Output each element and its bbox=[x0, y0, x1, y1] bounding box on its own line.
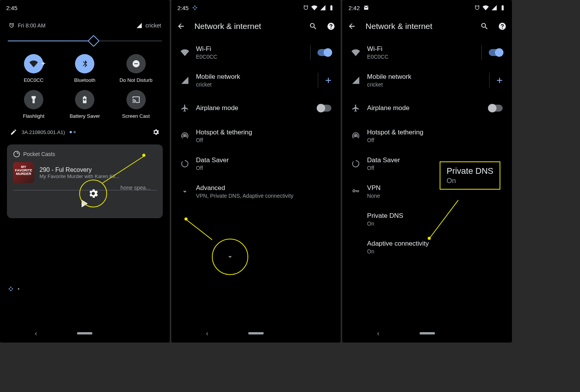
page-title: Network & internet bbox=[194, 22, 300, 31]
qs-header: Fri 8:00 AM cricket bbox=[7, 19, 163, 36]
datasaver-icon bbox=[351, 160, 360, 168]
wifi-icon bbox=[351, 48, 360, 57]
pinwheel-icon bbox=[192, 5, 198, 11]
hotspot-icon bbox=[181, 132, 189, 140]
brightness-slider[interactable] bbox=[8, 36, 162, 46]
edit-icon[interactable] bbox=[10, 129, 17, 136]
annotation-circle-2 bbox=[212, 239, 248, 275]
row-airplane[interactable]: Airplane mode bbox=[171, 94, 341, 122]
phone-quick-settings: 2:45 Fri 8:00 AM cricket E0C0CC bbox=[0, 0, 170, 343]
signal-icon bbox=[320, 5, 326, 11]
wifi-icon bbox=[483, 5, 489, 11]
airplane-switch[interactable] bbox=[317, 105, 331, 112]
row-private-dns[interactable]: Private DNSOn bbox=[342, 205, 512, 233]
signal-icon bbox=[181, 76, 189, 85]
brightness-thumb[interactable] bbox=[88, 35, 100, 47]
app-bar: Network & internet bbox=[342, 15, 512, 37]
qs-tile-wifi[interactable]: E0C0CC bbox=[10, 54, 57, 83]
nav-pill[interactable] bbox=[248, 332, 264, 334]
nav-back-icon[interactable]: ‹ bbox=[206, 329, 208, 338]
cast-icon bbox=[132, 95, 140, 104]
search-icon[interactable] bbox=[309, 22, 317, 31]
nav-pill[interactable] bbox=[420, 332, 435, 334]
battery-saver-icon bbox=[80, 95, 89, 104]
media-title: 290 - Ful Recovery bbox=[39, 166, 157, 173]
nav-back-icon[interactable]: ‹ bbox=[377, 329, 379, 338]
svg-point-0 bbox=[14, 151, 20, 157]
svg-point-2 bbox=[355, 135, 357, 137]
status-bar: 2:45 bbox=[171, 0, 341, 15]
chevron-down-icon bbox=[181, 187, 189, 196]
qs-tile-cast[interactable]: Screen Cast bbox=[112, 90, 159, 119]
row-airplane[interactable]: Airplane mode bbox=[342, 94, 512, 122]
battery-icon bbox=[500, 5, 506, 11]
help-icon[interactable] bbox=[327, 22, 335, 31]
row-mobile[interactable]: Mobile networkcricket + bbox=[342, 66, 512, 94]
phone-settings-collapsed: 2:45 Network & internet Wi-FiE0C0CC Mobi… bbox=[171, 0, 341, 343]
phone-settings-expanded: 2:42 Network & internet Wi-FiE0C0CC Mobi… bbox=[342, 0, 512, 343]
page-title: Network & internet bbox=[365, 22, 471, 31]
nav-back-icon[interactable]: ‹ bbox=[35, 329, 37, 338]
row-hotspot[interactable]: Hotspot & tetheringOff bbox=[171, 122, 341, 150]
bluetooth-icon bbox=[80, 59, 89, 68]
signal-icon bbox=[136, 22, 142, 29]
status-time: 2:45 bbox=[6, 5, 17, 11]
dnd-icon bbox=[132, 59, 140, 68]
airplane-switch[interactable] bbox=[489, 105, 503, 112]
add-network-button[interactable]: + bbox=[496, 75, 503, 86]
airplane-icon bbox=[351, 104, 360, 112]
row-wifi[interactable]: Wi-FiE0C0CC bbox=[171, 39, 341, 66]
wifi-switch[interactable] bbox=[489, 49, 503, 56]
pinwheel-icon bbox=[8, 286, 14, 292]
media-app-label: Pocket Casts bbox=[23, 151, 55, 157]
row-adaptive[interactable]: Adaptive connectivityOn bbox=[342, 233, 512, 261]
row-wifi[interactable]: Wi-FiE0C0CC bbox=[342, 39, 512, 66]
row-hotspot[interactable]: Hotspot & tetheringOff bbox=[342, 122, 512, 150]
nav-bar: ‹ bbox=[0, 324, 170, 343]
status-time: 2:45 bbox=[177, 5, 189, 11]
qs-tile-dnd[interactable]: Do Not Disturb bbox=[112, 54, 159, 83]
media-subtitle: My Favorite Murder with Karen Kil... bbox=[39, 173, 157, 179]
album-art: MYFAVORITEMURDER bbox=[13, 162, 34, 183]
status-bar: 2:42 bbox=[342, 0, 512, 15]
help-icon[interactable] bbox=[498, 22, 507, 31]
wifi-icon bbox=[181, 48, 189, 57]
row-advanced[interactable]: AdvancedVPN, Private DNS, Adaptive conne… bbox=[171, 178, 341, 205]
row-datasaver[interactable]: Data SaverOff bbox=[171, 150, 341, 178]
alarm-icon bbox=[474, 5, 480, 11]
qs-tile-flashlight[interactable]: Flashlight bbox=[10, 90, 57, 119]
back-arrow-icon[interactable] bbox=[348, 22, 356, 31]
status-time: 2:42 bbox=[348, 5, 360, 11]
carrier-label: cricket bbox=[145, 22, 161, 29]
pocketcasts-icon bbox=[13, 151, 20, 158]
hotspot-icon bbox=[351, 132, 360, 140]
app-bar: Network & internet bbox=[171, 15, 341, 37]
key-icon bbox=[351, 187, 360, 196]
nav-bar: ‹ bbox=[171, 324, 341, 343]
gmail-icon bbox=[363, 5, 369, 11]
airplane-icon bbox=[181, 104, 189, 112]
qs-tile-bluetooth[interactable]: Bluetooth bbox=[61, 54, 108, 83]
qs-tile-battery-saver[interactable]: Battery Saver bbox=[61, 90, 108, 119]
search-icon[interactable] bbox=[480, 22, 489, 31]
settings-gear-icon[interactable] bbox=[152, 128, 160, 136]
row-mobile[interactable]: Mobile networkcricket + bbox=[171, 66, 341, 94]
build-number: 3A.210805.001.A1) bbox=[22, 129, 65, 135]
wifi-switch[interactable] bbox=[317, 49, 331, 56]
page-dots bbox=[70, 131, 76, 133]
alarm-time: Fri 8:00 AM bbox=[18, 22, 46, 29]
nav-bar: ‹ bbox=[342, 324, 512, 343]
add-network-button[interactable]: + bbox=[325, 75, 331, 86]
play-button[interactable] bbox=[82, 200, 88, 207]
battery-icon bbox=[328, 5, 334, 11]
wifi-icon bbox=[311, 5, 317, 11]
datasaver-icon bbox=[181, 160, 189, 168]
wifi-icon bbox=[29, 59, 38, 68]
status-bar: 2:45 bbox=[0, 0, 170, 15]
flashlight-icon bbox=[29, 95, 38, 104]
alarm-icon bbox=[9, 22, 15, 29]
nav-pill[interactable] bbox=[77, 332, 92, 334]
annotation-callout: Private DNS On bbox=[440, 161, 500, 190]
back-arrow-icon[interactable] bbox=[177, 22, 185, 31]
media-card[interactable]: Pocket Casts hone spea... MYFAVORITEMURD… bbox=[7, 144, 163, 218]
